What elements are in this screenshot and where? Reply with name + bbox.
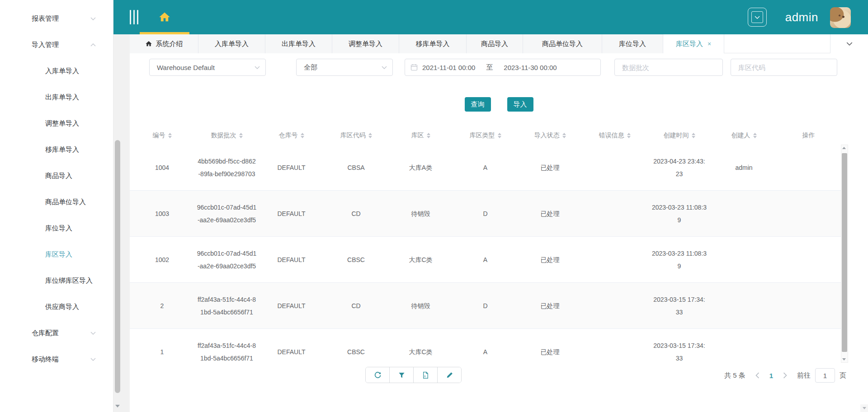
edit-icon [446, 372, 453, 379]
table-row[interactable]: 2 ff2af43a-51fc-44c4-81bd-5a4bc6656f71 D… [130, 283, 841, 329]
sort-carets-icon[interactable] [498, 133, 501, 138]
edit-button[interactable] [438, 367, 461, 383]
tab-system-intro[interactable]: 系统介绍 [130, 34, 198, 53]
home-icon [145, 40, 152, 47]
sidebar-collapse-button[interactable] [130, 10, 138, 24]
sidebar-item-warehouse-config[interactable]: 仓库配置 [0, 320, 113, 346]
sort-carets-icon[interactable] [168, 133, 172, 138]
import-button[interactable]: 导入 [507, 97, 533, 112]
table-row[interactable]: 1004 4bb569bd-f5cc-d862-89fa-bef90e29870… [130, 145, 841, 191]
sidebar-item-import-mgmt[interactable]: 导入管理 [0, 32, 113, 58]
goto-page-input[interactable]: 1 [815, 368, 835, 383]
calendar-icon [410, 64, 418, 71]
sidebar-item-zone-import[interactable]: 库区导入 [0, 241, 113, 267]
sidebar-item-inbound-import[interactable]: 入库单导入 [0, 58, 113, 84]
fullscreen-toggle-button[interactable] [748, 8, 767, 27]
column-header-id[interactable]: 编号 [130, 131, 194, 140]
sidebar: 报表管理 导入管理 入库单导入 出库单导入 调整单导入 移库单导入 商品导入 商… [0, 0, 113, 412]
scroll-down-icon [863, 407, 866, 409]
date-range-picker[interactable]: 2021-11-01 00:00 至 2023-11-30 00:00 [405, 59, 601, 76]
scrollbar-thumb[interactable] [115, 140, 120, 393]
sort-carets-icon[interactable] [301, 133, 304, 138]
sidebar-scrollbar[interactable] [114, 34, 121, 412]
date-from-value[interactable]: 2021-11-01 00:00 [422, 64, 475, 71]
cell-created: 2023-03-15 17:34:33 [647, 293, 712, 318]
tab-adjustment-import[interactable]: 调整单导入 [332, 34, 399, 53]
scrollbar-thumb[interactable] [842, 153, 847, 352]
chevron-right-icon [783, 372, 787, 379]
scroll-down-icon[interactable] [842, 358, 846, 360]
page-suffix-label: 页 [840, 371, 846, 380]
tab-product-unit-import[interactable]: 商品单位导入 [523, 34, 602, 53]
sort-carets-icon[interactable] [368, 133, 372, 138]
column-header-zone-type[interactable]: 库区类型 [453, 131, 518, 140]
current-page-number[interactable]: 1 [769, 372, 773, 379]
chevron-down-icon [90, 17, 96, 20]
home-nav-button[interactable] [140, 0, 189, 34]
sort-carets-icon[interactable] [239, 133, 243, 138]
sidebar-item-location-bind-zone-import[interactable]: 库位绑库区导入 [0, 267, 113, 294]
zone-code-input[interactable] [737, 63, 837, 72]
tab-bar-filler [724, 34, 830, 53]
sidebar-item-outbound-import[interactable]: 出库单导入 [0, 84, 113, 110]
cell-id: 2 [130, 300, 194, 312]
column-header-created-time[interactable]: 创建时间 [647, 131, 712, 140]
sidebar-item-report-mgmt[interactable]: 报表管理 [0, 5, 113, 32]
cell-batch: 96ccb01c-07ad-45d1-aa2e-69aa02ce3df5 [194, 201, 259, 226]
cell-warehouse: DEFAULT [259, 207, 324, 220]
next-page-button[interactable] [783, 372, 787, 379]
sort-carets-icon[interactable] [627, 133, 631, 138]
refresh-button[interactable] [366, 367, 390, 383]
close-icon[interactable]: × [708, 40, 711, 47]
page-scrollbar-corner[interactable] [860, 404, 868, 412]
table-row[interactable]: 1003 96ccb01c-07ad-45d1-aa2e-69aa02ce3df… [130, 191, 841, 237]
column-header-import-status[interactable]: 导入状态 [518, 131, 582, 140]
column-header-warehouse[interactable]: 仓库号 [259, 131, 324, 140]
sort-carets-icon[interactable] [427, 133, 430, 138]
sidebar-item-location-import[interactable]: 库位导入 [0, 215, 113, 241]
column-header-creator[interactable]: 创建人 [712, 131, 776, 140]
sidebar-item-product-import[interactable]: 商品导入 [0, 163, 113, 189]
prev-page-button[interactable] [755, 372, 760, 379]
table-header: 编号 数据批次 仓库号 库区代码 库区 库区类型 导入状态 错误信息 创建时间 … [130, 126, 841, 145]
sidebar-item-product-unit-import[interactable]: 商品单位导入 [0, 189, 113, 215]
scroll-down-icon[interactable] [114, 403, 121, 409]
chevron-down-icon [751, 11, 763, 23]
tab-location-import[interactable]: 库位导入 [602, 34, 663, 53]
column-header-error[interactable]: 错误信息 [582, 131, 647, 140]
sort-carets-icon[interactable] [562, 133, 566, 138]
avatar[interactable] [830, 7, 851, 28]
sidebar-item-transfer-import[interactable]: 移库单导入 [0, 136, 113, 163]
status-select[interactable]: 全部 [296, 59, 393, 76]
cell-created: 2023-03-15 17:34:33 [647, 339, 712, 363]
sidebar-item-adjustment-import[interactable]: 调整单导入 [0, 110, 113, 136]
username-label[interactable]: admin [785, 0, 818, 34]
cell-creator: admin [712, 161, 776, 174]
column-header-zone[interactable]: 库区 [388, 131, 453, 140]
column-header-batch[interactable]: 数据批次 [194, 131, 259, 140]
wms-app: 报表管理 导入管理 入库单导入 出库单导入 调整单导入 移库单导入 商品导入 商… [0, 0, 868, 412]
tab-product-import[interactable]: 商品导入 [467, 34, 523, 53]
table-row[interactable]: 1002 96ccb01c-07ad-45d1-aa2e-69aa02ce3df… [130, 237, 841, 283]
sidebar-item-mobile-terminal[interactable]: 移动终端 [0, 346, 113, 372]
scroll-up-icon[interactable] [842, 147, 846, 149]
filter-button[interactable] [390, 367, 414, 383]
table-row[interactable]: 1 ff2af43a-51fc-44c4-81bd-5a4bc6656f71 D… [130, 329, 841, 363]
search-button[interactable]: 查询 [465, 97, 491, 112]
filter-row: Warehouse Default 全部 2021-11-01 00:00 至 … [130, 59, 868, 77]
date-to-value[interactable]: 2023-11-30 00:00 [504, 64, 557, 71]
tab-inbound-import[interactable]: 入库单导入 [198, 34, 265, 53]
table-scrollbar[interactable] [841, 145, 848, 363]
tab-zone-import[interactable]: 库区导入 × [663, 34, 724, 53]
warehouse-select[interactable]: Warehouse Default [149, 59, 266, 76]
status-select-value: 全部 [304, 63, 317, 72]
sort-carets-icon[interactable] [753, 133, 757, 138]
sort-carets-icon[interactable] [692, 133, 695, 138]
tab-transfer-import[interactable]: 移库单导入 [399, 34, 467, 53]
batch-input[interactable] [621, 63, 722, 72]
column-header-zone-code[interactable]: 库区代码 [324, 131, 388, 140]
tab-list-dropdown-button[interactable] [830, 34, 868, 53]
tab-outbound-import[interactable]: 出库单导入 [265, 34, 332, 53]
excel-export-button[interactable]: x [414, 367, 438, 383]
sidebar-item-supplier-import[interactable]: 供应商导入 [0, 294, 113, 320]
